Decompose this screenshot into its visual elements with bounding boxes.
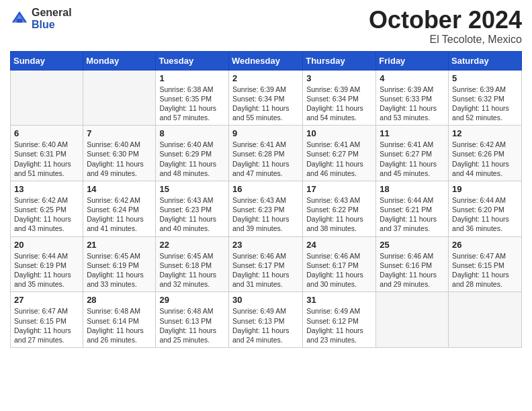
day-number: 15: [159, 184, 225, 194]
svg-rect-2: [17, 19, 22, 23]
day-number: 17: [306, 184, 372, 194]
day-number: 16: [232, 184, 299, 194]
calendar-cell: 31Sunrise: 6:49 AM Sunset: 6:12 PM Dayli…: [303, 292, 376, 348]
calendar-cell: 11Sunrise: 6:41 AM Sunset: 6:27 PM Dayli…: [376, 126, 449, 181]
calendar-cell: 1Sunrise: 6:38 AM Sunset: 6:35 PM Daylig…: [156, 70, 229, 126]
day-info: Sunrise: 6:45 AM Sunset: 6:19 PM Dayligh…: [87, 251, 152, 289]
day-info: Sunrise: 6:41 AM Sunset: 6:27 PM Dayligh…: [306, 140, 372, 178]
day-number: 14: [87, 184, 152, 194]
logo: General Blue: [10, 7, 72, 30]
title-location: El Tecolote, Mexico: [369, 34, 522, 46]
day-number: 3: [306, 73, 372, 83]
day-number: 26: [452, 240, 518, 250]
week-row-1: 1Sunrise: 6:38 AM Sunset: 6:35 PM Daylig…: [11, 70, 522, 126]
day-info: Sunrise: 6:39 AM Sunset: 6:34 PM Dayligh…: [232, 85, 299, 123]
calendar-cell: 24Sunrise: 6:46 AM Sunset: 6:17 PM Dayli…: [303, 236, 376, 292]
calendar-cell: 9Sunrise: 6:41 AM Sunset: 6:28 PM Daylig…: [228, 126, 302, 181]
day-number: 20: [14, 240, 79, 250]
week-row-3: 13Sunrise: 6:42 AM Sunset: 6:25 PM Dayli…: [11, 181, 522, 236]
calendar-cell: 8Sunrise: 6:40 AM Sunset: 6:29 PM Daylig…: [156, 126, 229, 181]
calendar-cell: 10Sunrise: 6:41 AM Sunset: 6:27 PM Dayli…: [303, 126, 376, 181]
day-info: Sunrise: 6:43 AM Sunset: 6:23 PM Dayligh…: [159, 195, 225, 234]
day-number: 1: [159, 73, 225, 83]
page: General Blue October 2024 El Tecolote, M…: [0, 0, 532, 411]
day-info: Sunrise: 6:47 AM Sunset: 6:15 PM Dayligh…: [14, 306, 79, 345]
weekday-header-row: SundayMondayTuesdayWednesdayThursdayFrid…: [11, 51, 522, 70]
calendar-cell: 26Sunrise: 6:47 AM Sunset: 6:15 PM Dayli…: [449, 236, 522, 292]
calendar-cell: 15Sunrise: 6:43 AM Sunset: 6:23 PM Dayli…: [156, 181, 229, 236]
day-info: Sunrise: 6:46 AM Sunset: 6:17 PM Dayligh…: [306, 251, 372, 289]
calendar-cell: 5Sunrise: 6:39 AM Sunset: 6:32 PM Daylig…: [449, 70, 522, 126]
calendar-cell: 17Sunrise: 6:43 AM Sunset: 6:22 PM Dayli…: [303, 181, 376, 236]
calendar-table: SundayMondayTuesdayWednesdayThursdayFrid…: [10, 51, 522, 348]
weekday-header-tuesday: Tuesday: [156, 51, 229, 70]
logo-general: General: [32, 7, 72, 19]
weekday-header-wednesday: Wednesday: [228, 51, 302, 70]
day-number: 29: [159, 295, 225, 305]
calendar-cell: 12Sunrise: 6:42 AM Sunset: 6:26 PM Dayli…: [449, 126, 522, 181]
day-number: 4: [380, 73, 445, 83]
weekday-header-sunday: Sunday: [11, 51, 83, 70]
calendar-cell: [449, 292, 522, 348]
weekday-header-friday: Friday: [376, 51, 449, 70]
calendar-cell: 16Sunrise: 6:43 AM Sunset: 6:23 PM Dayli…: [228, 181, 302, 236]
day-info: Sunrise: 6:39 AM Sunset: 6:34 PM Dayligh…: [306, 85, 372, 123]
day-number: 11: [380, 128, 445, 138]
calendar-cell: 21Sunrise: 6:45 AM Sunset: 6:19 PM Dayli…: [83, 236, 156, 292]
title-month: October 2024: [369, 7, 522, 34]
calendar-cell: 22Sunrise: 6:45 AM Sunset: 6:18 PM Dayli…: [156, 236, 229, 292]
day-number: 22: [159, 240, 225, 250]
calendar-cell: 25Sunrise: 6:46 AM Sunset: 6:16 PM Dayli…: [376, 236, 449, 292]
day-number: 23: [232, 240, 299, 250]
calendar-cell: [83, 70, 156, 126]
logo-blue: Blue: [32, 19, 72, 31]
day-info: Sunrise: 6:42 AM Sunset: 6:25 PM Dayligh…: [14, 195, 79, 234]
day-info: Sunrise: 6:46 AM Sunset: 6:16 PM Dayligh…: [380, 251, 445, 289]
day-info: Sunrise: 6:49 AM Sunset: 6:12 PM Dayligh…: [306, 306, 372, 345]
day-info: Sunrise: 6:40 AM Sunset: 6:30 PM Dayligh…: [87, 140, 152, 178]
day-number: 6: [14, 128, 79, 138]
calendar-cell: 18Sunrise: 6:44 AM Sunset: 6:21 PM Dayli…: [376, 181, 449, 236]
calendar-cell: 4Sunrise: 6:39 AM Sunset: 6:33 PM Daylig…: [376, 70, 449, 126]
calendar-cell: 28Sunrise: 6:48 AM Sunset: 6:14 PM Dayli…: [83, 292, 156, 348]
day-number: 27: [14, 295, 79, 305]
day-info: Sunrise: 6:39 AM Sunset: 6:32 PM Dayligh…: [452, 85, 518, 123]
day-number: 18: [380, 184, 445, 194]
day-info: Sunrise: 6:43 AM Sunset: 6:22 PM Dayligh…: [306, 195, 372, 234]
day-info: Sunrise: 6:49 AM Sunset: 6:13 PM Dayligh…: [232, 306, 299, 345]
calendar-cell: 6Sunrise: 6:40 AM Sunset: 6:31 PM Daylig…: [11, 126, 83, 181]
day-info: Sunrise: 6:45 AM Sunset: 6:18 PM Dayligh…: [159, 251, 225, 289]
day-number: 25: [380, 240, 445, 250]
calendar-cell: 29Sunrise: 6:48 AM Sunset: 6:13 PM Dayli…: [156, 292, 229, 348]
calendar-cell: [376, 292, 449, 348]
weekday-header-saturday: Saturday: [449, 51, 522, 70]
day-info: Sunrise: 6:44 AM Sunset: 6:20 PM Dayligh…: [452, 195, 518, 234]
day-info: Sunrise: 6:38 AM Sunset: 6:35 PM Dayligh…: [159, 85, 225, 123]
weekday-header-monday: Monday: [83, 51, 156, 70]
calendar-cell: 20Sunrise: 6:44 AM Sunset: 6:19 PM Dayli…: [11, 236, 83, 292]
day-number: 31: [306, 295, 372, 305]
calendar-cell: 3Sunrise: 6:39 AM Sunset: 6:34 PM Daylig…: [303, 70, 376, 126]
day-info: Sunrise: 6:44 AM Sunset: 6:19 PM Dayligh…: [14, 251, 79, 289]
week-row-2: 6Sunrise: 6:40 AM Sunset: 6:31 PM Daylig…: [11, 126, 522, 181]
day-info: Sunrise: 6:42 AM Sunset: 6:24 PM Dayligh…: [87, 195, 152, 234]
day-info: Sunrise: 6:42 AM Sunset: 6:26 PM Dayligh…: [452, 140, 518, 178]
day-info: Sunrise: 6:41 AM Sunset: 6:28 PM Dayligh…: [232, 140, 299, 178]
calendar-cell: 23Sunrise: 6:46 AM Sunset: 6:17 PM Dayli…: [228, 236, 302, 292]
calendar-cell: [11, 70, 83, 126]
day-number: 12: [452, 128, 518, 138]
day-info: Sunrise: 6:43 AM Sunset: 6:23 PM Dayligh…: [232, 195, 299, 234]
day-number: 8: [159, 128, 225, 138]
day-number: 28: [87, 295, 152, 305]
day-number: 10: [306, 128, 372, 138]
day-info: Sunrise: 6:48 AM Sunset: 6:13 PM Dayligh…: [159, 306, 225, 345]
calendar-cell: 14Sunrise: 6:42 AM Sunset: 6:24 PM Dayli…: [83, 181, 156, 236]
day-info: Sunrise: 6:46 AM Sunset: 6:17 PM Dayligh…: [232, 251, 299, 289]
day-number: 21: [87, 240, 152, 250]
day-info: Sunrise: 6:44 AM Sunset: 6:21 PM Dayligh…: [380, 195, 445, 234]
logo-text: General Blue: [32, 7, 72, 30]
day-number: 24: [306, 240, 372, 250]
day-info: Sunrise: 6:47 AM Sunset: 6:15 PM Dayligh…: [452, 251, 518, 289]
logo-icon: [10, 9, 29, 28]
day-info: Sunrise: 6:39 AM Sunset: 6:33 PM Dayligh…: [380, 85, 445, 123]
